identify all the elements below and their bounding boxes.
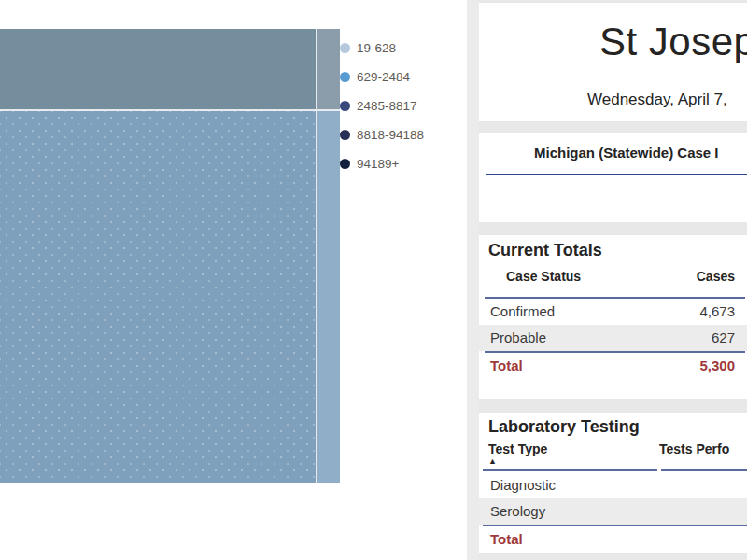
legend-item[interactable]: 8818-94188 [340, 128, 424, 141]
table-row[interactable]: Confirmed 4,673 [479, 299, 747, 325]
table-total-row[interactable]: Total [479, 526, 747, 553]
legend-item[interactable]: 94189+ [340, 157, 424, 170]
legend-bullet-icon [340, 159, 350, 169]
legend-item[interactable]: 19-628 [340, 41, 424, 54]
column-header-case-status[interactable]: Case Status [506, 269, 581, 284]
report-panel: St Josep Wednesday, April 7, Michigan (S… [479, 0, 747, 560]
legend-label: 19-628 [357, 41, 396, 55]
legend-label: 2485-8817 [357, 99, 417, 113]
row-label: Confirmed [490, 299, 555, 325]
legend-label: 629-2484 [357, 70, 410, 84]
table-row[interactable]: Probable 627 [479, 325, 747, 351]
legend-bullet-icon [340, 130, 350, 140]
table-header-line [483, 469, 657, 471]
map-region-south-edge[interactable] [317, 111, 340, 483]
map-panel: 19-628 629-2484 2485-8817 8818-94188 941… [0, 0, 467, 560]
legend-label: 94189+ [357, 157, 399, 171]
row-label: Diagnostic [490, 472, 556, 498]
title-card: St Josep Wednesday, April 7, [479, 3, 747, 121]
row-label: Serology [490, 498, 545, 525]
current-totals-card: Current Totals Case Status Cases Confirm… [479, 235, 747, 399]
map-region-south[interactable] [0, 111, 316, 483]
sort-ascending-icon: ▲ [488, 456, 497, 466]
table-row[interactable]: Serology [479, 498, 747, 525]
report-date: Wednesday, April 7, [587, 91, 727, 109]
table-total-row[interactable]: Total 5,300 [479, 353, 747, 379]
column-header-tests-performed[interactable]: Tests Perfo [659, 441, 729, 456]
column-header-cases[interactable]: Cases [697, 269, 735, 284]
laboratory-testing-title: Laboratory Testing [488, 417, 640, 437]
map-region-north-edge[interactable] [317, 29, 340, 109]
column-header-test-type[interactable]: Test Type [488, 441, 547, 456]
laboratory-testing-card: Laboratory Testing Test Type Tests Perfo… [479, 413, 747, 553]
row-value: 4,673 [699, 299, 735, 325]
table-header-line [661, 469, 747, 471]
map-region-north[interactable] [0, 29, 316, 109]
current-totals-title: Current Totals [488, 241, 602, 260]
total-label: Total [490, 526, 523, 553]
panel-divider [467, 0, 479, 560]
page-title: St Josep [599, 20, 747, 64]
legend-item[interactable]: 2485-8817 [340, 99, 424, 112]
statewide-card: Michigan (Statewide) Case I [479, 133, 747, 222]
legend-label: 8818-94188 [357, 128, 424, 142]
statewide-underline [486, 174, 747, 175]
row-label: Probable [490, 325, 546, 351]
map-legend: 19-628 629-2484 2485-8817 8818-94188 941… [340, 41, 424, 186]
legend-bullet-icon [340, 72, 350, 82]
total-value: 5,300 [699, 353, 735, 379]
total-label: Total [490, 353, 523, 379]
statewide-card-title: Michigan (Statewide) Case I [534, 145, 719, 161]
row-value: 627 [712, 325, 735, 351]
legend-item[interactable]: 629-2484 [340, 70, 424, 83]
legend-bullet-icon [340, 101, 350, 111]
choropleth-map[interactable] [0, 29, 340, 483]
legend-bullet-icon [340, 43, 350, 53]
table-row[interactable]: Diagnostic [479, 472, 747, 498]
